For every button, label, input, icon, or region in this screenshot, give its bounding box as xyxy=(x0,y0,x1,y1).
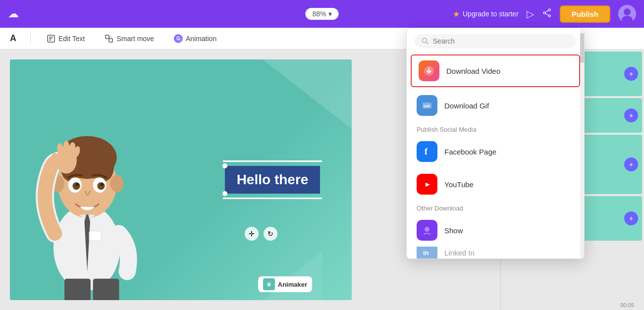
svg-point-1 xyxy=(543,12,545,14)
header: ☁ 88% ▾ ★ Upgrade to starter ▷ Publish xyxy=(0,0,644,28)
smart-move-label: Smart move xyxy=(116,35,154,43)
scrollbar-thumb[interactable] xyxy=(580,33,584,63)
header-center: 88% ▾ xyxy=(305,8,338,20)
youtube-icon xyxy=(417,174,437,195)
svg-line-3 xyxy=(545,10,548,12)
cloud-icon: ☁ xyxy=(8,7,19,20)
selection-dot-bl xyxy=(222,191,227,196)
decorative-triangle-1 xyxy=(263,59,352,129)
svg-line-44 xyxy=(427,42,428,44)
dropdown-search-area xyxy=(407,28,584,52)
social-media-section-label: Publish Social Media xyxy=(407,122,584,135)
svg-rect-39 xyxy=(93,279,119,300)
svg-point-27 xyxy=(76,183,79,186)
linkedin-item[interactable]: in Linked In xyxy=(407,247,584,258)
svg-point-52 xyxy=(425,227,429,232)
svg-text:f: f xyxy=(425,147,428,156)
facebook-item[interactable]: f Facebook Page xyxy=(407,135,584,168)
svg-text:in: in xyxy=(423,249,429,257)
upgrade-label: Upgrade to starter xyxy=(463,10,519,18)
time-indicator: 00:05 xyxy=(620,302,634,308)
dropdown-list: Download Video GIF Download Gif Publish … xyxy=(407,28,584,258)
panel-btn-4[interactable]: + xyxy=(624,211,638,225)
other-download-section-label: Other Download xyxy=(407,201,584,214)
svg-point-28 xyxy=(101,183,104,186)
smart-move-icon xyxy=(105,34,113,43)
facebook-label: Facebook Page xyxy=(444,148,496,156)
youtube-label: YouTube xyxy=(444,180,474,189)
zoom-value: 88% xyxy=(312,10,326,18)
svg-line-4 xyxy=(545,13,548,15)
search-box xyxy=(415,34,576,48)
linkedin-icon: in xyxy=(417,247,437,258)
edit-text-tool[interactable]: Edit Text xyxy=(43,32,89,45)
svg-point-22 xyxy=(110,175,123,193)
edit-text-icon xyxy=(47,34,55,43)
youtube-item[interactable]: YouTube xyxy=(407,168,584,201)
star-icon: ★ xyxy=(453,9,460,19)
watermark-text: Animaker xyxy=(278,281,307,288)
search-icon xyxy=(422,37,429,45)
svg-point-6 xyxy=(624,8,631,15)
linkedin-label: Linked In xyxy=(444,249,475,257)
share-icon[interactable] xyxy=(542,8,552,20)
download-video-label: Download Video xyxy=(446,67,500,75)
zoom-badge[interactable]: 88% ▾ xyxy=(305,8,338,20)
svg-rect-38 xyxy=(64,279,91,300)
download-gif-label: Download Gif xyxy=(444,102,489,110)
text-tool-label[interactable]: A xyxy=(8,33,18,44)
svg-rect-13 xyxy=(109,39,112,42)
hello-bar-bottom xyxy=(223,198,322,199)
publish-button[interactable]: Publish xyxy=(560,5,610,23)
svg-text:GIF: GIF xyxy=(424,104,430,108)
panel-btn-2[interactable]: + xyxy=(624,108,638,122)
download-video-item[interactable]: Download Video xyxy=(411,54,580,87)
header-right: ★ Upgrade to starter ▷ Publish xyxy=(453,5,636,23)
svg-point-0 xyxy=(548,9,550,11)
rotate-icon[interactable]: ↻ xyxy=(264,227,277,241)
character xyxy=(10,62,168,300)
move-icon[interactable]: ✛ xyxy=(245,227,259,241)
selection-dot-tl xyxy=(222,163,227,168)
toolbar-divider xyxy=(30,33,31,45)
animation-tool[interactable]: G Animation xyxy=(170,32,220,45)
watermark: A Animaker xyxy=(258,276,312,292)
scrollbar-track[interactable] xyxy=(580,28,584,258)
svg-rect-12 xyxy=(106,35,109,39)
avatar xyxy=(618,5,636,23)
show-icon xyxy=(417,220,437,241)
canvas-controls: ✛ ↻ xyxy=(245,227,277,241)
hello-text-container: Hello there xyxy=(223,160,322,199)
play-icon[interactable]: ▷ xyxy=(527,8,534,20)
download-gif-icon: GIF xyxy=(417,95,437,116)
hello-box[interactable]: Hello there xyxy=(225,166,321,194)
animation-icon: G xyxy=(174,34,183,43)
smart-move-tool[interactable]: Smart move xyxy=(101,32,158,45)
upgrade-button[interactable]: ★ Upgrade to starter xyxy=(453,9,519,19)
teal-background: Hello there ✛ ↻ A xyxy=(10,59,352,300)
show-label: Show xyxy=(444,226,463,235)
panel-btn-1[interactable]: + xyxy=(624,67,638,81)
svg-point-26 xyxy=(97,182,105,190)
dropdown-scroll-area: Download Video GIF Download Gif Publish … xyxy=(407,28,584,258)
show-item[interactable]: Show xyxy=(407,214,584,247)
download-video-icon xyxy=(419,60,439,81)
decorative-triangle-2 xyxy=(263,251,322,300)
panel-btn-3[interactable]: + xyxy=(624,157,638,171)
facebook-icon: f xyxy=(417,141,437,162)
svg-point-33 xyxy=(63,141,69,155)
publish-dropdown: Download Video GIF Download Gif Publish … xyxy=(406,28,585,259)
search-input[interactable] xyxy=(433,37,569,45)
svg-rect-37 xyxy=(89,231,101,241)
hello-bar-top xyxy=(223,160,322,162)
edit-text-label: Edit Text xyxy=(58,35,85,43)
canvas-content: Hello there ✛ ↻ A xyxy=(10,59,352,300)
svg-point-25 xyxy=(72,182,80,190)
chevron-down-icon: ▾ xyxy=(328,10,332,18)
header-left: ☁ xyxy=(8,7,19,20)
animation-label: Animation xyxy=(186,35,216,43)
svg-point-2 xyxy=(548,15,550,17)
animaker-icon: A xyxy=(263,278,275,290)
hello-text: Hello there xyxy=(237,172,309,187)
download-gif-item[interactable]: GIF Download Gif xyxy=(407,89,584,122)
